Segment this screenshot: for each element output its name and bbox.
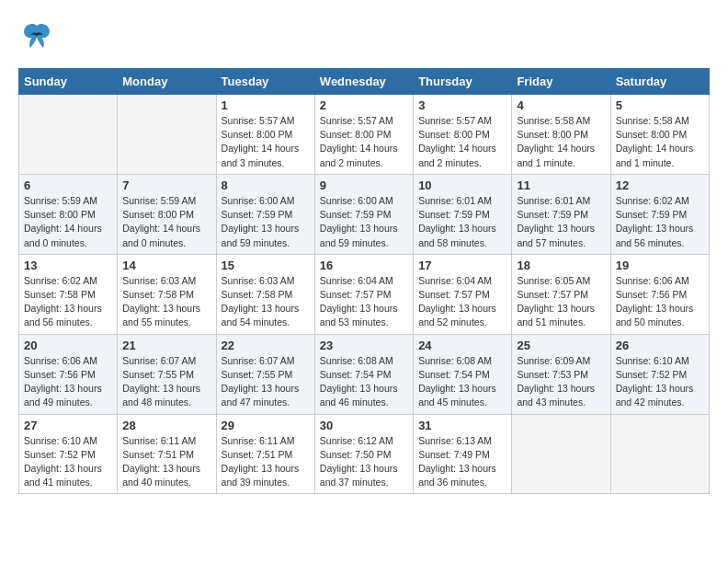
weekday-header-thursday: Thursday [414, 69, 512, 95]
calendar-week-row: 1Sunrise: 5:57 AM Sunset: 8:00 PM Daylig… [19, 95, 710, 175]
weekday-header-wednesday: Wednesday [314, 69, 413, 95]
day-number: 24 [418, 339, 506, 352]
day-info: Sunrise: 6:06 AM Sunset: 7:56 PM Dayligh… [616, 274, 704, 330]
day-info: Sunrise: 6:10 AM Sunset: 7:52 PM Dayligh… [24, 434, 112, 490]
day-number: 26 [616, 339, 704, 352]
calendar-cell: 5Sunrise: 5:58 AM Sunset: 8:00 PM Daylig… [610, 95, 709, 175]
day-number: 29 [222, 419, 310, 432]
weekday-header-friday: Friday [512, 69, 610, 95]
calendar-cell: 10Sunrise: 6:01 AM Sunset: 7:59 PM Dayli… [414, 174, 512, 254]
day-number: 10 [418, 178, 506, 192]
day-info: Sunrise: 5:57 AM Sunset: 8:00 PM Dayligh… [222, 114, 310, 170]
day-info: Sunrise: 6:06 AM Sunset: 7:56 PM Dayligh… [24, 354, 112, 410]
day-info: Sunrise: 6:00 AM Sunset: 7:59 PM Dayligh… [222, 194, 310, 250]
calendar-cell: 20Sunrise: 6:06 AM Sunset: 7:56 PM Dayli… [19, 334, 118, 414]
calendar-cell: 21Sunrise: 6:07 AM Sunset: 7:55 PM Dayli… [118, 334, 216, 414]
day-number: 2 [320, 98, 408, 112]
day-number: 21 [122, 339, 210, 352]
day-info: Sunrise: 6:11 AM Sunset: 7:51 PM Dayligh… [222, 434, 310, 490]
day-number: 8 [222, 178, 310, 192]
calendar-cell: 12Sunrise: 6:02 AM Sunset: 7:59 PM Dayli… [610, 174, 709, 254]
day-number: 30 [320, 419, 408, 432]
day-number: 22 [222, 339, 310, 352]
day-number: 20 [24, 339, 112, 352]
calendar-cell: 22Sunrise: 6:07 AM Sunset: 7:55 PM Dayli… [216, 334, 314, 414]
day-info: Sunrise: 5:59 AM Sunset: 8:00 PM Dayligh… [24, 194, 112, 250]
calendar-cell: 2Sunrise: 5:57 AM Sunset: 8:00 PM Daylig… [314, 95, 413, 175]
day-info: Sunrise: 6:08 AM Sunset: 7:54 PM Dayligh… [418, 354, 506, 410]
day-info: Sunrise: 6:07 AM Sunset: 7:55 PM Dayligh… [222, 354, 310, 410]
day-info: Sunrise: 5:57 AM Sunset: 8:00 PM Dayligh… [418, 114, 506, 170]
calendar-cell: 19Sunrise: 6:06 AM Sunset: 7:56 PM Dayli… [610, 254, 709, 334]
page-header [18, 18, 710, 59]
calendar-cell: 24Sunrise: 6:08 AM Sunset: 7:54 PM Dayli… [414, 334, 512, 414]
day-info: Sunrise: 5:59 AM Sunset: 8:00 PM Dayligh… [122, 194, 210, 250]
weekday-header-tuesday: Tuesday [216, 69, 314, 95]
calendar-cell: 14Sunrise: 6:03 AM Sunset: 7:58 PM Dayli… [118, 254, 216, 334]
calendar-cell: 26Sunrise: 6:10 AM Sunset: 7:52 PM Dayli… [610, 334, 709, 414]
day-info: Sunrise: 6:01 AM Sunset: 7:59 PM Dayligh… [418, 194, 506, 250]
day-number: 7 [122, 178, 210, 192]
weekday-header-row: SundayMondayTuesdayWednesdayThursdayFrid… [19, 69, 710, 95]
calendar-cell: 23Sunrise: 6:08 AM Sunset: 7:54 PM Dayli… [314, 334, 413, 414]
calendar-cell: 1Sunrise: 5:57 AM Sunset: 8:00 PM Daylig… [216, 95, 314, 175]
calendar-week-row: 13Sunrise: 6:02 AM Sunset: 7:58 PM Dayli… [19, 254, 710, 334]
day-info: Sunrise: 6:03 AM Sunset: 7:58 PM Dayligh… [222, 274, 310, 330]
day-info: Sunrise: 6:02 AM Sunset: 7:58 PM Dayligh… [24, 274, 112, 330]
day-number: 27 [24, 419, 112, 432]
calendar-cell: 4Sunrise: 5:58 AM Sunset: 8:00 PM Daylig… [512, 95, 610, 175]
logo-icon [18, 18, 55, 59]
day-info: Sunrise: 6:07 AM Sunset: 7:55 PM Dayligh… [122, 354, 210, 410]
day-number: 13 [24, 259, 112, 272]
day-info: Sunrise: 6:13 AM Sunset: 7:49 PM Dayligh… [418, 434, 506, 490]
day-number: 11 [517, 178, 605, 192]
day-info: Sunrise: 6:12 AM Sunset: 7:50 PM Dayligh… [320, 434, 408, 490]
calendar-cell: 25Sunrise: 6:09 AM Sunset: 7:53 PM Dayli… [512, 334, 610, 414]
day-info: Sunrise: 5:58 AM Sunset: 8:00 PM Dayligh… [616, 114, 704, 170]
calendar-week-row: 6Sunrise: 5:59 AM Sunset: 8:00 PM Daylig… [19, 174, 710, 254]
day-number: 5 [616, 98, 704, 112]
calendar-cell: 3Sunrise: 5:57 AM Sunset: 8:00 PM Daylig… [414, 95, 512, 175]
day-info: Sunrise: 6:08 AM Sunset: 7:54 PM Dayligh… [320, 354, 408, 410]
day-number: 23 [320, 339, 408, 352]
calendar-cell [118, 95, 216, 175]
day-info: Sunrise: 5:57 AM Sunset: 8:00 PM Dayligh… [320, 114, 408, 170]
day-info: Sunrise: 6:01 AM Sunset: 7:59 PM Dayligh… [517, 194, 605, 250]
day-number: 19 [616, 259, 704, 272]
day-number: 16 [320, 259, 408, 272]
calendar-week-row: 20Sunrise: 6:06 AM Sunset: 7:56 PM Dayli… [19, 334, 710, 414]
day-number: 28 [122, 419, 210, 432]
calendar-cell [512, 414, 610, 494]
calendar-cell: 15Sunrise: 6:03 AM Sunset: 7:58 PM Dayli… [216, 254, 314, 334]
logo [18, 18, 57, 59]
day-number: 15 [222, 259, 310, 272]
day-info: Sunrise: 6:05 AM Sunset: 7:57 PM Dayligh… [517, 274, 605, 330]
day-number: 9 [320, 178, 408, 192]
day-info: Sunrise: 6:09 AM Sunset: 7:53 PM Dayligh… [517, 354, 605, 410]
day-number: 18 [517, 259, 605, 272]
day-number: 4 [517, 98, 605, 112]
day-number: 1 [222, 98, 310, 112]
calendar-week-row: 27Sunrise: 6:10 AM Sunset: 7:52 PM Dayli… [19, 414, 710, 494]
calendar-cell: 8Sunrise: 6:00 AM Sunset: 7:59 PM Daylig… [216, 174, 314, 254]
day-info: Sunrise: 6:04 AM Sunset: 7:57 PM Dayligh… [320, 274, 408, 330]
day-info: Sunrise: 6:00 AM Sunset: 7:59 PM Dayligh… [320, 194, 408, 250]
calendar-cell: 13Sunrise: 6:02 AM Sunset: 7:58 PM Dayli… [19, 254, 118, 334]
day-info: Sunrise: 6:02 AM Sunset: 7:59 PM Dayligh… [616, 194, 704, 250]
day-number: 31 [418, 419, 506, 432]
calendar-cell: 28Sunrise: 6:11 AM Sunset: 7:51 PM Dayli… [118, 414, 216, 494]
day-number: 6 [24, 178, 112, 192]
day-info: Sunrise: 6:04 AM Sunset: 7:57 PM Dayligh… [418, 274, 506, 330]
calendar-cell: 6Sunrise: 5:59 AM Sunset: 8:00 PM Daylig… [19, 174, 118, 254]
calendar-cell: 9Sunrise: 6:00 AM Sunset: 7:59 PM Daylig… [314, 174, 413, 254]
day-number: 17 [418, 259, 506, 272]
day-info: Sunrise: 6:11 AM Sunset: 7:51 PM Dayligh… [122, 434, 210, 490]
calendar-cell: 11Sunrise: 6:01 AM Sunset: 7:59 PM Dayli… [512, 174, 610, 254]
day-number: 12 [616, 178, 704, 192]
calendar-cell: 29Sunrise: 6:11 AM Sunset: 7:51 PM Dayli… [216, 414, 314, 494]
day-info: Sunrise: 6:03 AM Sunset: 7:58 PM Dayligh… [122, 274, 210, 330]
calendar-cell: 30Sunrise: 6:12 AM Sunset: 7:50 PM Dayli… [314, 414, 413, 494]
day-info: Sunrise: 5:58 AM Sunset: 8:00 PM Dayligh… [517, 114, 605, 170]
day-number: 25 [517, 339, 605, 352]
calendar-cell: 27Sunrise: 6:10 AM Sunset: 7:52 PM Dayli… [19, 414, 118, 494]
